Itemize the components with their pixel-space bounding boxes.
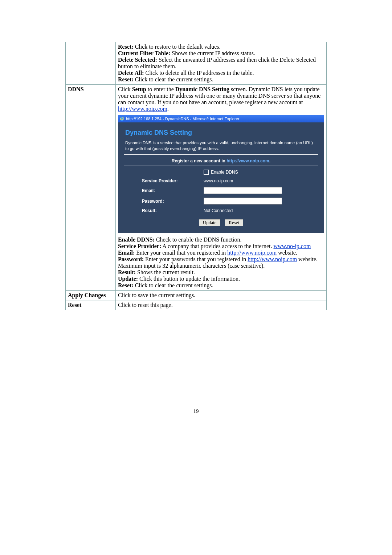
text: Click to delete all the IP addresses in … [144,70,254,76]
password-field[interactable] [204,198,282,204]
divider [124,154,318,155]
page-number: 19 [65,408,327,414]
row-label-ddns: DDNS [66,85,116,291]
text: Enter your passwords that you registered… [144,256,248,262]
enable-ddns-label: Enable DDNS [211,170,238,175]
table-row: Reset: Click to restore to the default v… [66,42,327,85]
text: . [167,106,169,112]
noip-link[interactable]: http://www.noip.com [118,106,167,112]
text: Click to clear the current settings. [134,282,213,288]
ddns-form: Enable DDNS Service Provider: www.no-ip.… [142,170,318,213]
text: Check to enable the DDNS function. [155,236,242,243]
text: Register a new account in [172,158,226,163]
row-body-reset: Click to reset this page. [116,300,327,310]
ddns-panel: Dynamic DNS Setting Dynamic DNS is a ser… [118,122,324,233]
panel-heading: Dynamic DNS Setting [125,129,318,137]
service-provider-value: www.no-ip.com [204,178,318,183]
enable-ddns-checkbox[interactable] [204,170,209,175]
text: Click to clear the current settings. [134,76,213,82]
text: Shows the current IP address status. [170,50,255,56]
no-ip-link[interactable]: www.no-ip.com [273,243,311,249]
table-row: DDNS Click Setup to enter the Dynamic DN… [66,85,327,291]
window-title-text: http://192.168.1.254 - DynamicDNS - Micr… [126,117,239,121]
label: Password: [118,256,144,262]
text: website. [277,250,297,256]
label: Reset: [118,76,134,82]
row-body-filter: Reset: Click to restore to the default v… [116,42,327,85]
reset-button[interactable]: Reset [225,219,243,226]
row-label-reset: Reset [66,300,116,310]
label: Update: [118,276,138,282]
label: Enable DDNS: [118,236,155,243]
row-body-apply: Click to save the current settings. [116,291,327,300]
noip-link[interactable]: http://www.noip.com [227,250,277,256]
label: Delete Selected: [118,57,157,63]
label: Reset: [118,282,134,288]
text: . [269,158,270,163]
result-label: Result: [142,208,204,213]
panel-buttons: Update Reset [124,219,318,226]
register-line: Register a new account in http://www.noi… [124,158,318,163]
definition-table: Reset: Click to restore to the default v… [65,42,327,310]
svg-point-0 [120,117,124,121]
divider [124,166,318,166]
window-titlebar: http://192.168.1.254 - DynamicDNS - Micr… [118,115,324,122]
panel-description: Dynamic DNS is a service that provides y… [125,140,317,151]
document-page: Reset: Click to restore to the default v… [0,0,392,436]
email-field[interactable] [204,187,282,194]
text: A company that provides access to the in… [161,243,273,249]
text: Click to restore to the default values. [134,44,221,50]
text: Shows the current result. [136,269,195,275]
row-label-apply: Apply Changes [66,291,116,300]
dds-word: Dynamic DNS Setting [175,86,229,92]
text: to enter the [146,86,175,92]
label: Result: [118,269,136,275]
result-value: Not Connected [204,208,318,213]
ddns-screenshot: http://192.168.1.254 - DynamicDNS - Micr… [118,115,324,233]
text: Click this button to update the informat… [138,276,240,282]
email-label: Email: [142,188,204,193]
label: Delete All: [118,70,144,76]
text: Enter your email that you registered in [135,250,227,256]
row-label-empty [66,42,116,85]
table-row: Reset Click to reset this page. [66,300,327,310]
enable-ddns-row: Enable DDNS [204,170,318,175]
ie-icon [119,116,124,121]
noip-link[interactable]: http://www.noip.com [248,256,297,262]
service-provider-label: Service Provider: [142,178,204,183]
label: Current Filter Table: [118,50,170,56]
row-body-ddns: Click Setup to enter the Dynamic DNS Set… [116,85,327,291]
text: Click [118,86,132,92]
label: Service Provider: [118,243,161,249]
register-link[interactable]: http://www.noip.com [226,158,269,163]
update-button[interactable]: Update [199,219,221,226]
table-row: Apply Changes Click to save the current … [66,291,327,300]
label: Reset: [118,44,134,50]
password-label: Password: [142,199,204,204]
setup-word: Setup [132,86,146,92]
label: Email: [118,250,135,256]
